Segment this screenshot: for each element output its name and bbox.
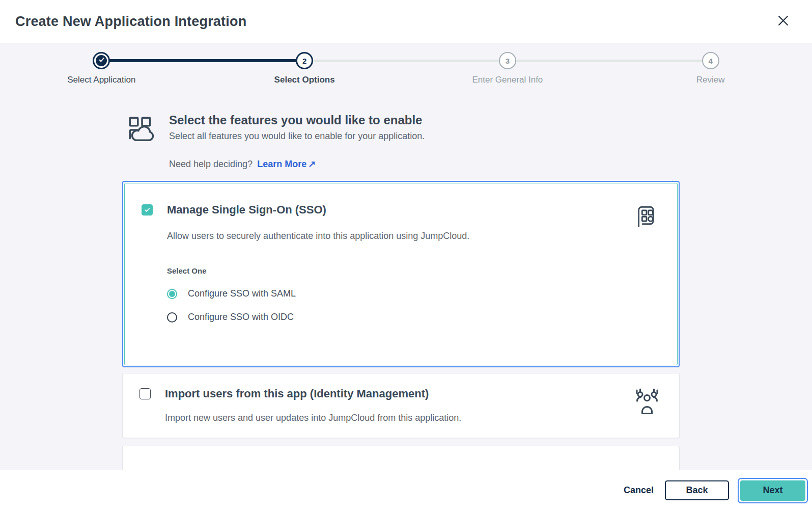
wizard-stepper: Select Application 2 Select Options 3 En… xyxy=(0,43,812,100)
help-row: Need help deciding? Learn More↗ xyxy=(122,158,680,170)
next-button[interactable]: Next xyxy=(740,480,805,501)
identity-management-checkbox[interactable] xyxy=(139,388,151,399)
close-button[interactable] xyxy=(774,13,792,30)
close-icon xyxy=(776,14,790,29)
next-button-focus-ring: Next xyxy=(738,478,808,503)
step-3-circle: 3 xyxy=(499,52,516,69)
radio-configure-sso-oidc[interactable]: Configure SSO with OIDC xyxy=(167,312,634,322)
step-1-circle xyxy=(93,52,110,69)
step-select-application[interactable]: Select Application xyxy=(0,52,203,85)
cancel-button[interactable]: Cancel xyxy=(619,481,659,500)
radio-button[interactable] xyxy=(167,289,177,299)
sso-apps-icon xyxy=(634,204,657,229)
step-select-options[interactable]: 2 Select Options xyxy=(203,52,406,85)
radio-button[interactable] xyxy=(167,312,177,322)
sso-checkbox[interactable] xyxy=(142,204,153,216)
step-2-label: Select Options xyxy=(274,75,335,85)
cloud-apps-icon xyxy=(127,115,155,145)
radio-label: Configure SSO with SAML xyxy=(188,288,296,299)
step-enter-general-info: 3 Enter General Info xyxy=(406,52,609,85)
sso-card-title: Manage Single Sign-On (SSO) xyxy=(167,203,634,217)
section-heading: Select the features you would like to en… xyxy=(169,113,425,127)
create-application-integration-modal: Create New Application Integration xyxy=(0,0,812,511)
feature-card-partial xyxy=(122,446,680,470)
section-subheading: Select all features you would like to en… xyxy=(169,131,425,142)
learn-more-link[interactable]: Learn More↗ xyxy=(257,159,316,169)
identity-card-title: Import users from this app (Identity Man… xyxy=(165,387,635,401)
modal-title: Create New Application Integration xyxy=(15,14,246,30)
radio-label: Configure SSO with OIDC xyxy=(188,312,294,322)
identity-users-icon xyxy=(635,388,659,416)
intro-section: Select the features you would like to en… xyxy=(122,113,680,145)
modal-footer: Cancel Back Next xyxy=(0,470,812,511)
radio-configure-sso-saml[interactable]: Configure SSO with SAML xyxy=(167,288,634,299)
check-icon xyxy=(98,56,105,65)
feature-card-identity-management: Import users from this app (Identity Man… xyxy=(122,373,680,438)
help-prompt: Need help deciding? xyxy=(169,159,253,169)
step-3-label: Enter General Info xyxy=(472,75,543,85)
modal-header: Create New Application Integration xyxy=(0,0,812,43)
feature-card-sso: Manage Single Sign-On (SSO) Allow users … xyxy=(122,181,680,367)
sso-card-description: Allow users to securely authenticate int… xyxy=(167,231,634,241)
step-2-circle: 2 xyxy=(296,52,313,69)
step-4-label: Review xyxy=(696,75,725,85)
step-1-label: Select Application xyxy=(67,75,135,85)
check-icon xyxy=(144,206,151,213)
external-link-icon: ↗ xyxy=(308,159,316,169)
step-review: 4 Review xyxy=(609,52,812,85)
step-4-circle: 4 xyxy=(702,52,719,69)
back-button[interactable]: Back xyxy=(665,480,729,500)
identity-card-description: Import new users and user updates into J… xyxy=(165,413,635,423)
modal-body: Select Application 2 Select Options 3 En… xyxy=(0,43,812,470)
select-one-label: Select One xyxy=(167,266,634,275)
